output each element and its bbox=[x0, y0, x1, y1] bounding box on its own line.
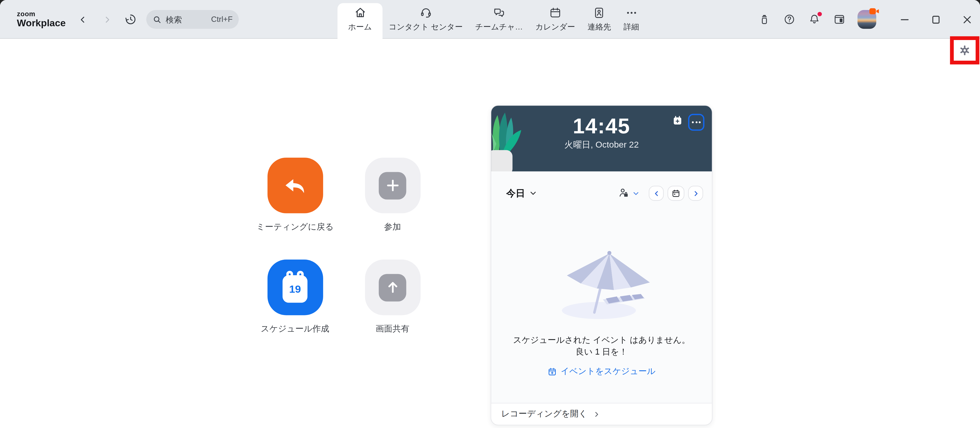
tab-more-label: 詳細 bbox=[624, 22, 639, 32]
calendar-plus-outline-icon bbox=[548, 367, 557, 376]
join-label: 参加 bbox=[384, 222, 401, 233]
back-to-meeting-label: ミーティングに戻る bbox=[256, 222, 334, 233]
chevron-left-icon bbox=[653, 190, 660, 197]
help-icon bbox=[783, 13, 796, 26]
chevron-right-icon bbox=[102, 15, 111, 24]
back-to-meeting-cell: ミーティングに戻る bbox=[255, 158, 335, 248]
schedule-button[interactable]: 19 bbox=[267, 260, 323, 315]
close-button[interactable] bbox=[963, 14, 971, 24]
search-input[interactable] bbox=[165, 15, 209, 24]
tab-team-chat-label: チームチャ… bbox=[475, 22, 523, 32]
back-to-meeting-button[interactable] bbox=[267, 158, 323, 213]
back-button[interactable] bbox=[74, 11, 91, 27]
open-recordings-row[interactable]: レコーディングを開く bbox=[491, 403, 712, 425]
tab-more[interactable]: 詳細 bbox=[617, 0, 646, 39]
calendar-today-icon bbox=[671, 188, 681, 198]
schedule-event-link-label: イベントをスケジュール bbox=[561, 366, 655, 377]
contact-card-icon bbox=[593, 6, 606, 19]
minimize-button[interactable] bbox=[900, 14, 909, 24]
chevron-right-icon bbox=[593, 410, 600, 417]
panel-toggle-button[interactable] bbox=[832, 13, 846, 26]
history-icon bbox=[124, 13, 137, 26]
next-day-button[interactable] bbox=[688, 186, 703, 201]
chevron-down-icon bbox=[633, 190, 640, 197]
tab-home[interactable]: ホーム bbox=[337, 3, 382, 39]
quick-actions: ミーティングに戻る 参加 19 bbox=[255, 158, 432, 350]
zoom-workplace-window: zoom Workplace Ctrl+F bbox=[0, 0, 980, 428]
empty-state-line1: スケジュールされた イベント はありません。 bbox=[513, 334, 690, 346]
more-dots-icon bbox=[625, 6, 638, 19]
home-content: ミーティングに戻る 参加 19 bbox=[0, 39, 980, 428]
calendar-plus-icon bbox=[672, 115, 683, 126]
clock-card: 14:45 火曜日, October 22 bbox=[491, 105, 712, 171]
join-cell: 参加 bbox=[353, 158, 433, 248]
zoom-workplace-logo: zoom Workplace bbox=[17, 11, 66, 28]
gear-icon bbox=[959, 45, 970, 56]
ellipsis-icon bbox=[692, 121, 694, 123]
agenda-toolbar: 今日 bbox=[506, 184, 703, 203]
connect-device-icon bbox=[758, 13, 771, 26]
notifications-button[interactable] bbox=[808, 13, 821, 26]
previous-day-button[interactable] bbox=[649, 186, 664, 201]
home-icon bbox=[353, 6, 366, 19]
search-box[interactable]: Ctrl+F bbox=[146, 10, 239, 29]
brand-zoom: zoom bbox=[17, 11, 66, 18]
forward-button[interactable] bbox=[99, 11, 115, 27]
clock-card-more-button[interactable] bbox=[688, 114, 704, 131]
main-tabs: ホーム コンタクト センター チームチャ… カレンダー 連絡先 bbox=[337, 0, 645, 39]
tab-contacts-label: 連絡先 bbox=[588, 22, 611, 32]
avatar[interactable] bbox=[858, 10, 876, 29]
add-to-calendar-button[interactable] bbox=[672, 115, 683, 126]
maximize-button[interactable] bbox=[931, 14, 940, 24]
maximize-icon bbox=[932, 15, 940, 23]
schedule-label: スケジュール作成 bbox=[261, 323, 329, 335]
arrow-up-icon bbox=[379, 273, 406, 301]
today-dropdown[interactable]: 今日 bbox=[506, 187, 537, 199]
settings-gear-button[interactable] bbox=[959, 45, 970, 56]
calendar-icon bbox=[549, 6, 562, 19]
beach-umbrella-illustration bbox=[542, 246, 661, 322]
chevron-right-icon bbox=[692, 190, 699, 197]
app-window: zoom Workplace Ctrl+F bbox=[0, 0, 980, 428]
open-recordings-label: レコーディングを開く bbox=[501, 408, 587, 420]
schedule-event-link[interactable]: イベントをスケジュール bbox=[548, 366, 655, 377]
tab-home-label: ホーム bbox=[348, 22, 372, 32]
date-nav-group bbox=[649, 186, 703, 201]
availability-filter-button[interactable] bbox=[617, 187, 640, 200]
person-calendar-icon bbox=[617, 187, 630, 200]
tab-contacts[interactable]: 連絡先 bbox=[581, 0, 617, 39]
connect-device-button[interactable] bbox=[757, 13, 771, 26]
reply-arrow-icon bbox=[281, 172, 309, 199]
share-screen-label: 画面共有 bbox=[375, 323, 409, 335]
brand-workplace: Workplace bbox=[17, 18, 66, 28]
clock-date: 火曜日, October 22 bbox=[564, 139, 639, 151]
tab-calendar-label: カレンダー bbox=[535, 22, 575, 32]
panel-toggle-icon bbox=[833, 13, 846, 26]
tab-calendar[interactable]: カレンダー bbox=[529, 0, 581, 39]
calendar-19-icon: 19 bbox=[282, 275, 307, 302]
chat-bubbles-icon bbox=[492, 6, 506, 19]
tab-contact-center-label: コンタクト センター bbox=[389, 22, 463, 32]
share-screen-cell: 画面共有 bbox=[353, 260, 433, 350]
headset-icon bbox=[419, 6, 432, 19]
notification-badge bbox=[817, 11, 822, 17]
window-controls bbox=[900, 14, 971, 24]
camera-badge-icon bbox=[869, 8, 880, 15]
join-button[interactable] bbox=[364, 158, 420, 213]
agenda-panel: 14:45 火曜日, October 22 今日 bbox=[491, 105, 713, 425]
close-icon bbox=[963, 15, 971, 23]
titlebar: zoom Workplace Ctrl+F bbox=[0, 0, 980, 39]
help-button[interactable] bbox=[783, 13, 796, 26]
history-button[interactable] bbox=[123, 11, 139, 27]
chevron-down-icon bbox=[529, 190, 537, 197]
today-label: 今日 bbox=[506, 187, 525, 199]
share-screen-button[interactable] bbox=[364, 260, 420, 315]
minimize-icon bbox=[900, 15, 908, 23]
go-to-today-button[interactable] bbox=[667, 186, 684, 201]
search-shortcut: Ctrl+F bbox=[211, 15, 232, 24]
plus-icon bbox=[379, 172, 406, 199]
tab-contact-center[interactable]: コンタクト センター bbox=[383, 0, 469, 39]
tab-team-chat[interactable]: チームチャ… bbox=[469, 0, 529, 39]
search-icon bbox=[153, 15, 162, 24]
calendar-day-number: 19 bbox=[289, 281, 301, 296]
